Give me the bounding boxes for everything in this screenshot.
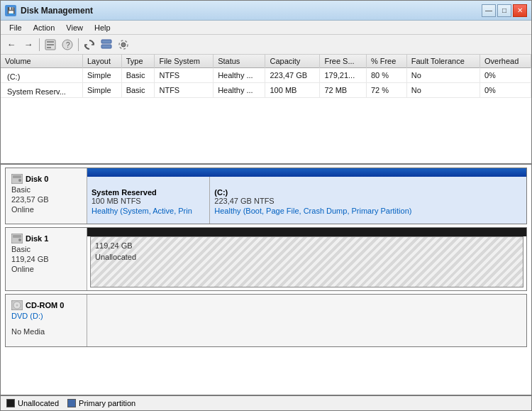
disk-0-size: 223,57 GB (11, 195, 81, 204)
col-capacity[interactable]: Capacity (265, 55, 320, 68)
legend-unalloc: Unallocated (6, 399, 59, 407)
partition-1-size: 119,24 GB (95, 241, 519, 250)
main-content: Volume Layout Type File System Status Ca… (1, 55, 531, 410)
legend-primary-label: Primary partition (79, 399, 135, 407)
disk-0-parts-area: System Reserved 100 MB NTFS Healthy (Sys… (87, 177, 526, 224)
col-status[interactable]: Status (214, 55, 265, 68)
cdrom-icon (11, 300, 23, 310)
disk-0-partitions: System Reserved 100 MB NTFS Healthy (Sys… (87, 168, 526, 224)
main-window: 💾 Disk Management — □ ✕ File Action View… (0, 0, 532, 411)
disk-scroll-area: Disk 0 Basic 223,57 GB Online System Res… (1, 165, 531, 395)
disk-1-status: Online (11, 265, 81, 273)
help-button[interactable]: ? (60, 37, 75, 53)
menu-file[interactable]: File (4, 22, 28, 33)
disk-1-partitions: 119,24 GB Unallocated (87, 228, 526, 290)
col-type[interactable]: Type (121, 55, 155, 68)
back-button[interactable]: ← (4, 37, 19, 53)
cdrom-row-0: CD-ROM 0 DVD (D:) No Media (5, 294, 527, 347)
legend-primary: Primary partition (67, 399, 135, 407)
menu-help[interactable]: Help (89, 22, 116, 33)
legend-primary-box (67, 399, 76, 407)
toolbar: ← → ? (1, 35, 531, 55)
properties-button[interactable] (43, 37, 58, 53)
col-overhead[interactable]: Overhead (480, 55, 531, 68)
svg-rect-20 (13, 235, 21, 238)
disk-0-header-bar (87, 168, 526, 177)
disk-1-header-bar (87, 228, 526, 236)
disk-0-icon (11, 174, 23, 184)
disk-1-info: Disk 1 Basic 119,24 GB Online (6, 228, 87, 290)
disk-list: Disk 0 Basic 223,57 GB Online System Res… (1, 165, 531, 395)
legend: Unallocated Primary partition (1, 395, 531, 410)
disk-0-name: Disk 0 (11, 174, 81, 184)
disk-0-type: Basic (11, 185, 81, 194)
menu-bar: File Action View Help (1, 21, 531, 35)
disk-view-button[interactable] (99, 37, 114, 53)
cdrom-0-partitions (87, 295, 526, 346)
settings-button[interactable] (116, 37, 131, 53)
maximize-button[interactable]: □ (497, 4, 511, 17)
svg-point-8 (121, 43, 126, 47)
partition-c-health: Healthy (Boot, Page File, Crash Dump, Pr… (214, 207, 522, 215)
disk-row-0: Disk 0 Basic 223,57 GB Online System Res… (5, 168, 527, 224)
legend-unalloc-label: Unallocated (18, 399, 59, 407)
toolbar-sep-1 (39, 38, 40, 51)
svg-rect-17 (13, 175, 21, 178)
col-fault[interactable]: Fault Tolerance (406, 55, 480, 68)
partition-sysreserved-size: 100 MB NTFS (92, 197, 205, 205)
disk-1-size: 119,24 GB (11, 255, 81, 263)
menu-action[interactable]: Action (28, 22, 61, 33)
svg-rect-3 (47, 47, 51, 48)
table-row-1[interactable]: System Reserv...SimpleBasicNTFSHealthy .… (1, 83, 531, 98)
disk-1-name: Disk 1 (11, 234, 81, 243)
col-filesystem[interactable]: File System (155, 55, 214, 68)
disk-0-status: Online (11, 205, 81, 214)
volume-table-container: Volume Layout Type File System Status Ca… (1, 55, 531, 165)
window-controls: — □ ✕ (482, 4, 527, 17)
partition-1-unalloc[interactable]: 119,24 GB Unallocated (90, 236, 523, 287)
svg-rect-6 (101, 40, 111, 43)
refresh-button[interactable] (82, 37, 97, 53)
partition-c-name: (C:) (214, 188, 522, 197)
partition-c[interactable]: (C:) 223,47 GB NTFS Healthy (Boot, Page … (210, 177, 526, 224)
window-title: Disk Management (21, 6, 482, 16)
disk-1-type: Basic (11, 245, 81, 253)
cdrom-0-status: No Media (11, 327, 81, 336)
cdrom-0-name: CD-ROM 0 (11, 300, 81, 310)
col-free[interactable]: Free S... (320, 55, 366, 68)
menu-view[interactable]: View (60, 22, 89, 33)
disk-0-info: Disk 0 Basic 223,57 GB Online (6, 168, 87, 224)
col-pctfree[interactable]: % Free (366, 55, 406, 68)
table-row-0[interactable]: (C:)SimpleBasicNTFSHealthy ...223,47 GB1… (1, 68, 531, 83)
cdrom-0-type: DVD (D:) (11, 312, 81, 320)
partition-c-size: 223,47 GB NTFS (214, 197, 522, 205)
svg-rect-1 (47, 41, 54, 43)
volume-table: Volume Layout Type File System Status Ca… (1, 55, 531, 98)
app-icon: 💾 (5, 5, 16, 16)
svg-text:?: ? (66, 41, 70, 49)
svg-rect-2 (47, 44, 54, 45)
partition-sysreserved-name: System Reserved (92, 188, 205, 197)
partition-1-label: Unallocated (95, 253, 519, 261)
close-button[interactable]: ✕ (513, 4, 527, 17)
title-bar: 💾 Disk Management — □ ✕ (1, 1, 531, 21)
svg-rect-7 (101, 45, 111, 48)
col-layout[interactable]: Layout (82, 55, 121, 68)
svg-point-24 (16, 305, 18, 307)
col-volume[interactable]: Volume (1, 55, 82, 68)
legend-unalloc-box (6, 399, 15, 407)
partition-sysreserved-health: Healthy (System, Active, Prin (92, 207, 205, 215)
svg-point-21 (18, 239, 21, 241)
toolbar-sep-2 (78, 38, 79, 51)
minimize-button[interactable]: — (482, 4, 496, 17)
forward-button[interactable]: → (21, 37, 36, 53)
disk-row-1: Disk 1 Basic 119,24 GB Online 119,24 GB … (5, 227, 527, 291)
table-header-row: Volume Layout Type File System Status Ca… (1, 55, 531, 68)
cdrom-0-info: CD-ROM 0 DVD (D:) No Media (6, 295, 87, 346)
svg-point-18 (18, 179, 21, 182)
partition-sysreserved[interactable]: System Reserved 100 MB NTFS Healthy (Sys… (87, 177, 210, 224)
disk-1-icon (11, 234, 23, 243)
